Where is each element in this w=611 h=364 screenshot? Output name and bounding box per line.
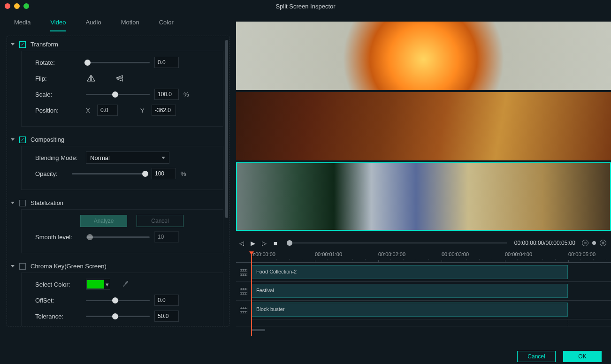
rotate-slider[interactable]: [86, 62, 150, 63]
track-head-icon[interactable]: [236, 263, 251, 281]
smooth-input[interactable]: [154, 231, 179, 243]
transform-checkbox[interactable]: ✓: [19, 41, 26, 48]
section-stabilization-header[interactable]: Stabilization: [7, 195, 229, 211]
window-title: Split Screen Inspector: [275, 3, 335, 10]
opacity-label: Opacity:: [35, 170, 67, 177]
blend-mode-value: Normal: [90, 154, 110, 161]
flip-horizontal-icon[interactable]: [86, 74, 96, 83]
close-window-icon[interactable]: [5, 3, 10, 9]
zoom-controls: [579, 240, 609, 246]
scale-input[interactable]: [154, 89, 179, 100]
cancel-button[interactable]: Cancel: [517, 351, 556, 362]
playhead[interactable]: [251, 251, 252, 336]
ruler-tick: 00:00:05:00: [568, 251, 596, 257]
rotate-input[interactable]: [154, 57, 179, 68]
inspector-scroll: ✓ Transform Rotate: Flip:: [7, 36, 229, 326]
preview-pane-1[interactable]: [236, 22, 611, 90]
track-head-icon[interactable]: [236, 281, 251, 300]
section-transform-title: Transform: [31, 41, 58, 48]
step-back-icon[interactable]: ◁: [238, 240, 245, 247]
stop-icon[interactable]: ■: [272, 240, 279, 247]
playback-controls: ◁ ▶ ▷ ■ 00:00:00:00/00:00:05:00: [236, 235, 611, 250]
timeline-clip[interactable]: Food Collection-2: [251, 265, 568, 279]
stabilization-checkbox[interactable]: [19, 200, 26, 206]
chevron-down-icon: [11, 43, 15, 46]
tab-motion[interactable]: Motion: [121, 19, 139, 31]
scale-slider[interactable]: [86, 94, 150, 95]
ruler-tick: 00:00:02:00: [378, 251, 405, 257]
tab-audio[interactable]: Audio: [85, 19, 101, 31]
analyze-button[interactable]: Analyze: [80, 215, 127, 227]
timeline-track[interactable]: Festival: [251, 281, 611, 300]
chevron-down-icon: [11, 138, 15, 141]
zoom-level-dot[interactable]: [592, 241, 596, 245]
timeline-clip[interactable]: Festival: [251, 284, 568, 298]
flip-vertical-icon[interactable]: [115, 74, 125, 83]
timeline-track-empty[interactable]: [251, 319, 611, 326]
position-label: Position:: [35, 107, 81, 114]
section-stabilization: Stabilization Analyze Cancel Smooth leve…: [7, 195, 229, 253]
section-transform-header[interactable]: ✓ Transform: [7, 36, 229, 53]
tab-media[interactable]: Media: [14, 19, 31, 31]
playback-thumb[interactable]: [287, 240, 292, 246]
zoom-out-icon[interactable]: [582, 240, 588, 246]
select-color-label: Select Color:: [35, 281, 81, 288]
section-compositing-title: Compositing: [31, 136, 64, 143]
tab-color[interactable]: Color: [159, 19, 174, 31]
timeline-track[interactable]: Food Collection-2: [251, 263, 611, 281]
track-head-icon[interactable]: [236, 300, 251, 319]
preview-panel: ◁ ▶ ▷ ■ 00:00:00:00/00:00:05:00 0:00:00:…: [236, 12, 611, 345]
offset-slider[interactable]: [86, 300, 150, 301]
compositing-checkbox[interactable]: ✓: [19, 136, 26, 143]
timeline-ruler[interactable]: 0:00:00:0000:00:01:0000:00:02:0000:00:03…: [236, 250, 611, 263]
section-transform: ✓ Transform Rotate: Flip:: [7, 36, 229, 127]
offset-input[interactable]: [154, 295, 179, 306]
scale-label: Scale:: [35, 91, 81, 98]
inspector-panel: Media Video Audio Motion Color ✓ Transfo…: [0, 12, 236, 345]
track-headers: [236, 263, 251, 326]
section-chromakey-header[interactable]: Chroma Key(Green Screen): [7, 258, 229, 274]
color-picker[interactable]: ▾: [86, 279, 110, 290]
scale-suffix: %: [183, 91, 189, 98]
smooth-label: Smooth level:: [35, 234, 81, 241]
preview-pane-3-selected[interactable]: [236, 162, 611, 231]
tolerance-slider[interactable]: [86, 316, 150, 317]
section-compositing-header[interactable]: ✓ Compositing: [7, 131, 229, 148]
section-chromakey-title: Chroma Key(Green Screen): [31, 263, 107, 270]
color-swatch: [86, 280, 104, 289]
ruler-tick: 0:00:00:00: [251, 251, 275, 257]
playback-progress[interactable]: [287, 243, 507, 243]
opacity-slider[interactable]: [72, 173, 147, 174]
minimize-window-icon[interactable]: [14, 3, 20, 9]
eyedropper-icon[interactable]: [122, 280, 129, 289]
timeline: 0:00:00:0000:00:01:0000:00:02:0000:00:03…: [236, 250, 611, 332]
pos-x-input[interactable]: [97, 105, 118, 116]
offset-label: OffSet:: [35, 297, 81, 304]
tracks-body: Food Collection-2FestivalBlock buster: [251, 263, 611, 326]
play-icon[interactable]: ▶: [249, 240, 257, 247]
blend-mode-select[interactable]: Normal: [86, 152, 169, 164]
ok-button[interactable]: OK: [563, 351, 602, 362]
step-forward-icon[interactable]: ▷: [260, 240, 268, 247]
opacity-input[interactable]: [152, 168, 176, 179]
zoom-in-icon[interactable]: [600, 240, 606, 246]
maximize-window-icon[interactable]: [23, 3, 29, 9]
window-controls: [5, 3, 29, 9]
stabilization-cancel-button[interactable]: Cancel: [137, 215, 183, 227]
tolerance-input[interactable]: [154, 311, 179, 322]
chromakey-checkbox[interactable]: [19, 263, 26, 270]
chevron-down-icon: [161, 157, 165, 159]
smooth-slider[interactable]: [86, 236, 150, 238]
timeline-h-scroll-thumb[interactable]: [251, 329, 265, 331]
section-chromakey: Chroma Key(Green Screen) Select Color: ▾: [7, 258, 229, 326]
split-preview: [236, 22, 611, 235]
timeline-track[interactable]: Block buster: [251, 300, 611, 319]
timeline-h-scroll[interactable]: [236, 326, 611, 332]
ruler-tick: 00:00:03:00: [442, 251, 469, 257]
timeline-clip[interactable]: Block buster: [251, 303, 568, 317]
tab-video[interactable]: Video: [50, 19, 66, 31]
pos-y-input[interactable]: [152, 105, 176, 116]
ruler-tick: 00:00:04:00: [505, 251, 532, 257]
preview-pane-2[interactable]: [236, 92, 611, 160]
chevron-down-icon: [11, 202, 15, 204]
